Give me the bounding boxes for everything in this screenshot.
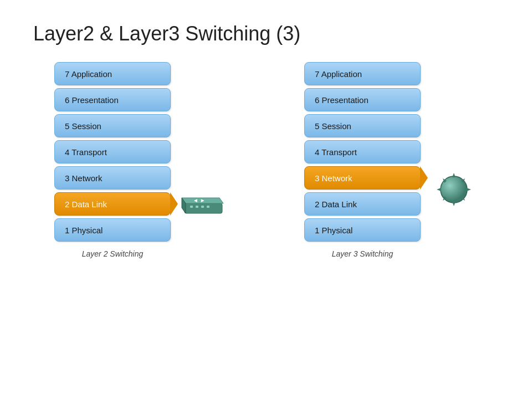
layer2-label: Layer 2 Switching xyxy=(82,249,144,258)
layer3-label: Layer 3 Switching xyxy=(332,249,393,258)
svg-rect-6 xyxy=(201,206,204,208)
layer2-transport: 4 Transport xyxy=(54,140,171,163)
layer3-presentation: 6 Presentation xyxy=(304,88,421,111)
router-device xyxy=(431,166,478,216)
layer3-datalink: 2 Data Link xyxy=(304,192,421,216)
layer2-datalink: 2 Data Link xyxy=(54,192,171,216)
layer3-network: 3 Network xyxy=(304,166,421,190)
layer3-physical: 1 Physical xyxy=(304,218,421,242)
layer2-osi-stack: 7 Application 6 Presentation 5 Session 4… xyxy=(54,62,171,242)
switch-device: ◄ ► xyxy=(179,181,229,219)
svg-rect-4 xyxy=(190,206,193,208)
page-title: Layer2 & Layer3 Switching (3) xyxy=(0,0,532,57)
svg-rect-0 xyxy=(185,203,222,213)
layer2-session: 5 Session xyxy=(54,114,171,137)
layer3-transport: 4 Transport xyxy=(304,140,421,163)
svg-marker-15 xyxy=(437,188,441,191)
layer2-diagram-group: 7 Application 6 Presentation 5 Session 4… xyxy=(54,62,229,258)
layer2-network: 3 Network xyxy=(54,166,171,190)
layer3-diagram: 7 Application 6 Presentation 5 Session 4… xyxy=(304,62,421,258)
layer3-session: 5 Session xyxy=(304,114,421,137)
layer2-physical: 1 Physical xyxy=(54,218,171,242)
diagrams-container: 7 Application 6 Presentation 5 Session 4… xyxy=(0,57,532,258)
layer3-osi-stack: 7 Application 6 Presentation 5 Session 4… xyxy=(304,62,421,242)
router-icon xyxy=(431,166,478,213)
layer3-application: 7 Application xyxy=(304,62,421,85)
svg-marker-11 xyxy=(467,188,471,191)
svg-marker-9 xyxy=(452,173,456,177)
layer3-diagram-group: 7 Application 6 Presentation 5 Session 4… xyxy=(304,62,478,258)
layer2-presentation: 6 Presentation xyxy=(54,88,171,111)
svg-rect-5 xyxy=(196,206,198,208)
svg-rect-7 xyxy=(207,206,209,208)
layer2-application: 7 Application xyxy=(54,62,171,85)
layer2-diagram: 7 Application 6 Presentation 5 Session 4… xyxy=(54,62,171,258)
svg-marker-13 xyxy=(452,202,456,206)
switch-icon: ◄ ► xyxy=(179,181,229,217)
svg-text:◄ ►: ◄ ► xyxy=(193,197,206,203)
